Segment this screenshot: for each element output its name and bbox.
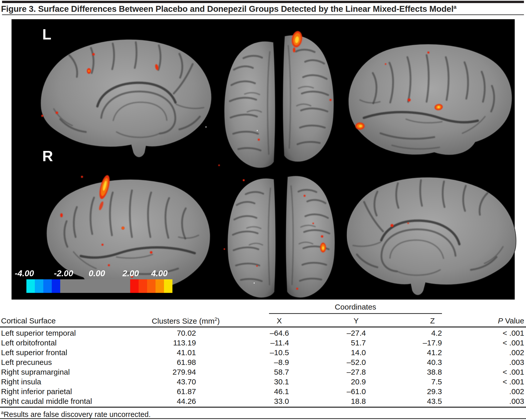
cell-y: 18.8 (289, 396, 366, 406)
colorbar-segment (26, 279, 35, 293)
cell-p-value: .003 (442, 357, 524, 367)
cell-cortical-surface: Right insula (0, 377, 143, 387)
cell-cortical-surface: Right caudal middle frontal (0, 396, 143, 406)
cell-cluster-size: 41.01 (143, 348, 196, 357)
colorbar: -4.00 -2.00 0.00 2.00 4.00 (24, 268, 174, 296)
colorbar-segment (35, 279, 43, 293)
cell-x: –64.6 (196, 328, 289, 338)
cell-z: 38.8 (366, 367, 442, 377)
colorbar-tick-label: -2.00 (54, 269, 73, 278)
cell-z: –17.9 (366, 338, 442, 348)
colorbar-tick-label: 2.00 (122, 269, 139, 278)
render-speck (205, 126, 207, 128)
coordinates-spanner-rule (269, 313, 442, 314)
brain-left-medial-view (36, 32, 215, 160)
colorbar-segment (60, 279, 130, 293)
title-rule (2, 14, 524, 15)
cell-x: –11.4 (196, 338, 289, 348)
cell-z: 29.3 (366, 387, 442, 396)
column-header-y: Y (354, 316, 359, 325)
cell-y: 51.7 (289, 338, 366, 348)
cell-cluster-size: 113.19 (143, 338, 196, 348)
render-speck (257, 130, 258, 131)
cell-cluster-size: 43.70 (143, 377, 196, 387)
colorbar-segment (164, 279, 172, 293)
cell-x: 30.1 (196, 377, 289, 387)
cell-y: 20.9 (289, 377, 366, 387)
cluster-header-text: Clusters Size (mm (152, 317, 214, 325)
table-row: Right caudal middle frontal 44.26 33.0 1… (0, 396, 524, 406)
p-value-italic-p: P (498, 316, 503, 325)
figure-title-superscript: a (453, 4, 456, 10)
cell-p-value: .002 (442, 348, 524, 357)
brain-dorsal-left-half-bottom (219, 172, 279, 299)
colorbar-tick-label: -4.00 (15, 269, 34, 278)
cell-cluster-size: 61.87 (143, 387, 196, 396)
table-row: Left orbitofrontal 113.19 –11.4 51.7 –17… (0, 338, 524, 348)
footnote-text: Results are false discovery rate uncorre… (4, 410, 151, 418)
cell-x: 58.7 (196, 367, 289, 377)
cell-y: –27.4 (289, 328, 366, 338)
cell-x: 33.0 (196, 396, 289, 406)
p-value-rest: Value (503, 316, 524, 325)
cell-p-value: .003 (442, 396, 524, 406)
cell-p-value: < .001 (442, 367, 524, 377)
cell-cortical-surface: Right supramarginal (0, 367, 143, 377)
column-header-z: Z (430, 316, 435, 325)
colorbar-segment (147, 279, 156, 293)
colorbar-segment (52, 279, 60, 293)
colorbar-segment (43, 279, 52, 293)
figure-title-text: Figure 3. Surface Differences Between Pl… (1, 4, 453, 14)
table-row: Right inferior parietal 61.87 46.1 –61.0… (0, 387, 524, 396)
colorbar-segment (139, 279, 147, 293)
figure-page: Figure 3. Surface Differences Between Pl… (0, 0, 526, 420)
final-rule (0, 418, 526, 419)
cell-p-value: .002 (442, 387, 524, 396)
cell-z: 4.2 (366, 328, 442, 338)
colorbar-tick-label: 4.00 (151, 269, 168, 278)
cell-cluster-size: 70.02 (143, 328, 196, 338)
table-row: Right supramarginal 279.94 58.7 –27.8 38… (0, 367, 524, 377)
cell-cortical-surface: Left precuneus (0, 357, 143, 367)
top-rule (2, 1, 524, 3)
brain-dorsal-right-half-bottom (283, 170, 343, 299)
cell-cluster-size: 61.98 (143, 357, 196, 367)
table-bottom-rule (0, 407, 526, 408)
coordinates-spanner-header: Coordinates (269, 303, 442, 311)
cell-x: –10.5 (196, 348, 289, 357)
column-header-cluster-size: Clusters Size (mm2) (152, 316, 220, 325)
column-header-x: X (277, 316, 282, 325)
column-header-cortical-surface: Cortical Surface (1, 316, 56, 325)
cell-z: 43.5 (366, 396, 442, 406)
cell-y: –52.0 (289, 357, 366, 367)
footnote-superscript: a (1, 410, 4, 415)
results-table: Coordinates Cortical Surface Clusters Si… (0, 301, 526, 420)
cell-p-value: < .001 (442, 338, 524, 348)
table-row: Left superior temporal 70.02 –64.6 –27.4… (0, 328, 524, 338)
cell-z: 40.3 (366, 357, 442, 367)
table-footnote: aResults are false discovery rate uncorr… (1, 410, 151, 419)
table-row: Left precuneus 61.98 –8.9 –52.0 40.3 .00… (0, 357, 524, 367)
colorbar-segment (156, 279, 164, 293)
cell-cluster-size: 279.94 (143, 367, 196, 377)
column-header-p-value: P Value (498, 316, 524, 325)
cell-z: 7.5 (366, 377, 442, 387)
cell-y: –27.8 (289, 367, 366, 377)
colorbar-tick-label: 0.00 (89, 269, 105, 278)
table-row: Left superior frontal 41.01 –10.5 14.0 4… (0, 348, 524, 357)
figure-title: Figure 3. Surface Differences Between Pl… (1, 4, 456, 14)
brain-dorsal-right-half-top (280, 29, 342, 163)
render-speck (254, 282, 255, 284)
cell-y: 14.0 (289, 348, 366, 357)
cell-p-value: < .001 (442, 377, 524, 387)
cell-cortical-surface: Left superior temporal (0, 328, 143, 338)
brain-left-lateral-view (342, 35, 516, 161)
cell-cortical-surface: Right inferior parietal (0, 387, 143, 396)
cell-cortical-surface: Left orbitofrontal (0, 338, 143, 348)
table-row: Right insula 43.70 30.1 20.9 7.5 < .001 (0, 377, 524, 387)
cell-x: 46.1 (196, 387, 289, 396)
cell-x: –8.9 (196, 357, 289, 367)
colorbar-segment (130, 279, 139, 293)
brain-dorsal-left-half-top (216, 35, 277, 170)
colorbar-gradient (26, 279, 172, 293)
